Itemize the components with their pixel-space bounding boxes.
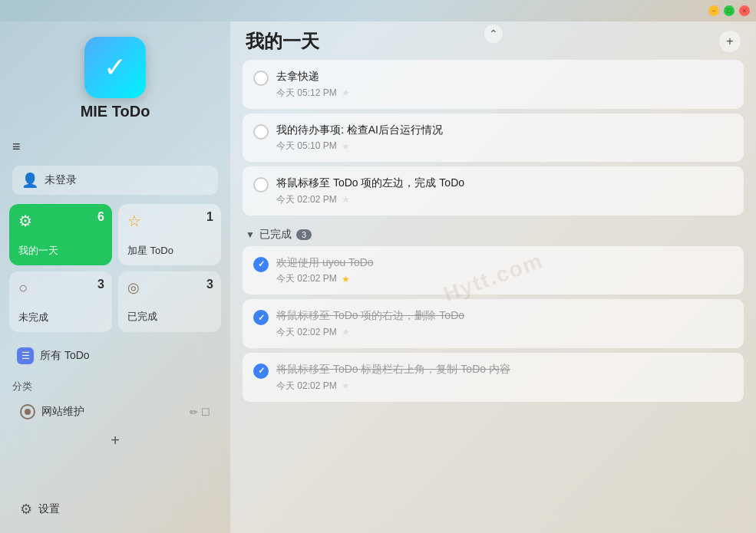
task-item-1[interactable]: 去拿快递 今天 05:12 PM ★ <box>243 60 744 109</box>
maximize-button[interactable]: □ <box>724 5 735 16</box>
done-time-1: 今天 02:02 PM <box>276 272 337 285</box>
user-row[interactable]: 👤 未登录 <box>12 166 218 195</box>
scroll-up-button[interactable]: ⌃ <box>484 25 503 43</box>
hamburger-icon[interactable]: ≡ <box>12 139 21 155</box>
content-area: ⌃ 我的一天 + 去拿快递 今天 05:12 PM ★ <box>230 21 756 533</box>
task-content-2: 我的待办事项: 检查AI后台运行情况 今天 05:10 PM ★ <box>276 123 733 153</box>
category-item-website[interactable]: 网站维护 ✏ ☐ <box>12 398 218 426</box>
task-star-3[interactable]: ★ <box>342 194 350 205</box>
settings-label: 设置 <box>38 502 60 516</box>
starred-icon: ☆ <box>127 212 212 230</box>
task-checkbox-2[interactable] <box>253 124 269 140</box>
task-item-3[interactable]: 将鼠标移至 ToDo 项的左边，完成 ToDo 今天 02:02 PM ★ <box>243 166 744 216</box>
done-title-3: 将鼠标移至 ToDo 标题栏右上角，复制 ToDo 内容 <box>276 362 733 377</box>
task-content-1: 去拿快递 今天 05:12 PM ★ <box>276 69 733 100</box>
my-day-icon: ⚙ <box>18 212 103 230</box>
starred-count: 1 <box>206 210 213 224</box>
add-task-button[interactable]: + <box>719 31 741 52</box>
done-item-2[interactable]: 将鼠标移至 ToDo 项的右边，删除 ToDo 今天 02:02 PM ★ <box>243 299 744 348</box>
smart-lists: 6 ⚙ 我的一天 1 ☆ 加星 ToDo 3 ○ 未完成 3 ◎ 已完成 <box>0 204 230 338</box>
done-content-2: 将鼠标移至 ToDo 项的右边，删除 ToDo 今天 02:02 PM ★ <box>276 308 733 339</box>
incomplete-count: 3 <box>97 278 104 291</box>
done-item-3[interactable]: 将鼠标移至 ToDo 标题栏右上角，复制 ToDo 内容 今天 02:02 PM… <box>243 353 744 402</box>
done-star-1[interactable]: ★ <box>342 274 350 285</box>
app-window: − □ × ✓ MIE ToDo ≡ 👤 未登录 <box>0 0 756 533</box>
completed-section-header[interactable]: ▼ 已完成 3 <box>243 220 744 246</box>
content-title: 我的一天 <box>246 29 319 54</box>
minimize-button[interactable]: − <box>708 5 719 16</box>
all-todo-icon: ☰ <box>17 347 34 364</box>
category-dot-inner <box>25 409 31 415</box>
task-time-2: 今天 05:10 PM <box>276 140 337 153</box>
category-dot <box>20 404 35 419</box>
smart-card-my-day[interactable]: 6 ⚙ 我的一天 <box>9 204 112 265</box>
task-meta-2: 今天 05:10 PM ★ <box>276 140 733 153</box>
category-title: 分类 <box>12 380 218 393</box>
done-content-3: 将鼠标移至 ToDo 标题栏右上角，复制 ToDo 内容 今天 02:02 PM… <box>276 362 733 393</box>
settings-row[interactable]: ⚙ 设置 <box>12 495 218 524</box>
task-title-2: 我的待办事项: 检查AI后台运行情况 <box>276 123 733 138</box>
done-meta-1: 今天 02:02 PM ★ <box>276 272 733 285</box>
category-item-label: 网站维护 <box>41 405 183 419</box>
sidebar-footer: ⚙ 设置 <box>0 489 230 533</box>
smart-card-starred[interactable]: 1 ☆ 加星 ToDo <box>118 204 221 265</box>
done-meta-3: 今天 02:02 PM ★ <box>276 380 733 393</box>
my-day-label: 我的一天 <box>18 244 103 258</box>
done-title-2: 将鼠标移至 ToDo 项的右边，删除 ToDo <box>276 308 733 324</box>
sidebar: ✓ MIE ToDo ≡ 👤 未登录 6 ⚙ 我的一天 <box>0 21 230 533</box>
smart-card-complete[interactable]: 3 ◎ 已完成 <box>118 271 221 332</box>
completed-label: 已完成 <box>259 228 292 242</box>
all-todo-row[interactable]: ☰ 所有 ToDo <box>9 341 221 370</box>
task-time-1: 今天 05:12 PM <box>276 87 337 100</box>
task-star-2[interactable]: ★ <box>342 141 350 152</box>
task-meta-1: 今天 05:12 PM ★ <box>276 87 733 100</box>
user-label: 未登录 <box>45 173 77 187</box>
header-actions: + <box>719 31 741 52</box>
task-content-3: 将鼠标移至 ToDo 项的左边，完成 ToDo 今天 02:02 PM ★ <box>276 176 733 206</box>
delete-icon[interactable]: ☐ <box>201 406 210 418</box>
sidebar-header: ≡ <box>0 131 230 161</box>
done-checkbox-1[interactable] <box>253 257 269 272</box>
done-checkbox-3[interactable] <box>253 364 269 379</box>
category-item-actions: ✏ ☐ <box>190 406 210 418</box>
task-time-3: 今天 02:02 PM <box>276 193 337 206</box>
complete-label: 已完成 <box>127 310 212 324</box>
task-list: 去拿快递 今天 05:12 PM ★ 我的待办事项: 检查AI后台运行情况 今天… <box>230 60 756 533</box>
done-item-1[interactable]: 欢迎使用 uyou ToDo 今天 02:02 PM ★ <box>243 246 744 295</box>
edit-icon[interactable]: ✏ <box>190 406 198 418</box>
settings-icon: ⚙ <box>20 501 32 518</box>
completed-badge: 3 <box>296 229 312 240</box>
starred-label: 加星 ToDo <box>127 244 212 258</box>
done-meta-2: 今天 02:02 PM ★ <box>276 326 733 339</box>
task-item-2[interactable]: 我的待办事项: 检查AI后台运行情况 今天 05:10 PM ★ <box>243 114 744 163</box>
task-title-1: 去拿快递 <box>276 69 733 84</box>
complete-icon: ◎ <box>127 279 212 296</box>
task-title-3: 将鼠标移至 ToDo 项的左边，完成 ToDo <box>276 176 733 191</box>
completed-chevron-icon: ▼ <box>246 229 255 240</box>
done-checkbox-2[interactable] <box>253 310 269 325</box>
all-todo-section: ☰ 所有 ToDo <box>0 338 230 377</box>
app-icon: ✓ <box>84 37 146 98</box>
incomplete-icon: ○ <box>18 279 103 297</box>
done-star-3[interactable]: ★ <box>342 380 350 391</box>
done-time-2: 今天 02:02 PM <box>276 326 337 339</box>
app-title: MIE ToDo <box>81 103 150 120</box>
category-section: 分类 网站维护 ✏ ☐ + <box>0 377 230 459</box>
done-title-1: 欢迎使用 uyou ToDo <box>276 255 733 271</box>
done-star-2[interactable]: ★ <box>342 327 350 337</box>
close-button[interactable]: × <box>739 5 750 16</box>
task-meta-3: 今天 02:02 PM ★ <box>276 193 733 206</box>
smart-card-incomplete[interactable]: 3 ○ 未完成 <box>9 271 112 332</box>
task-star-1[interactable]: ★ <box>342 87 350 98</box>
task-checkbox-3[interactable] <box>253 177 269 192</box>
task-checkbox-1[interactable] <box>253 71 269 86</box>
user-icon: 👤 <box>21 172 38 189</box>
titlebar: − □ × <box>0 0 756 21</box>
app-icon-area: ✓ MIE ToDo <box>0 21 230 131</box>
done-content-1: 欢迎使用 uyou ToDo 今天 02:02 PM ★ <box>276 255 733 286</box>
done-time-3: 今天 02:02 PM <box>276 380 337 393</box>
complete-count: 3 <box>206 278 213 291</box>
incomplete-label: 未完成 <box>18 311 103 324</box>
main-layout: ✓ MIE ToDo ≡ 👤 未登录 6 ⚙ 我的一天 <box>0 21 756 533</box>
add-category-button[interactable]: + <box>12 426 218 456</box>
